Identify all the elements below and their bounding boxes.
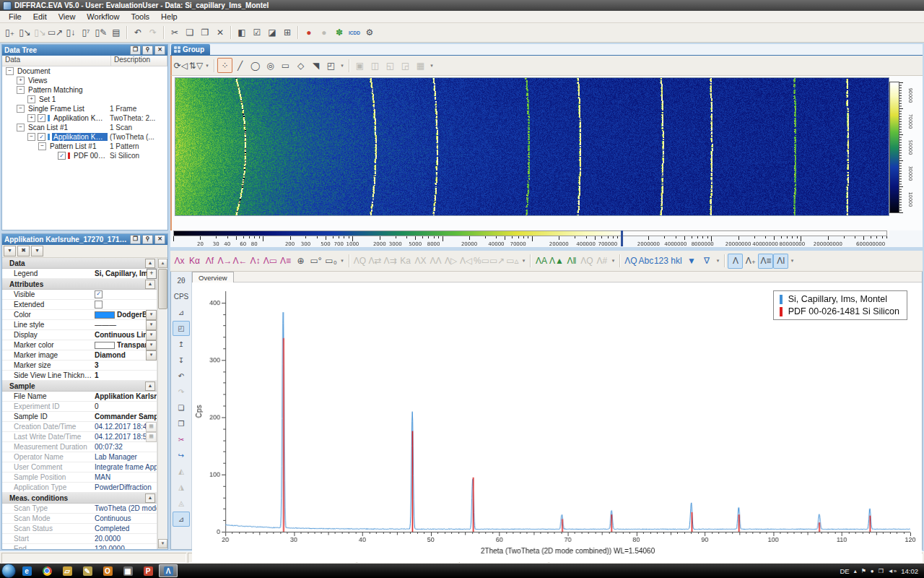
- view-sticks-icon[interactable]: Λǀ: [773, 254, 788, 269]
- tree-row[interactable]: −✓Applikation Karlsruhe_17270...(TwoThet…: [2, 132, 167, 142]
- undo-icon[interactable]: ↶: [130, 25, 145, 40]
- close-icon[interactable]: ✕: [154, 235, 165, 244]
- tray-icon-3[interactable]: ❒: [879, 568, 884, 574]
- taskbar-powerpoint-icon[interactable]: P: [139, 564, 157, 577]
- filter-pattern-icon[interactable]: ∇: [699, 254, 714, 269]
- pin-icon[interactable]: ⚲: [142, 46, 153, 55]
- tool-d-icon[interactable]: Ka: [398, 254, 413, 269]
- tool-a-icon[interactable]: ΛQ: [352, 254, 367, 269]
- fill-pattern-icon[interactable]: ▼: [684, 254, 699, 269]
- pause-record-icon[interactable]: ●: [316, 25, 331, 40]
- prop-filter-icon[interactable]: ▾: [4, 246, 16, 256]
- tray-icon-2[interactable]: ●: [871, 568, 874, 574]
- paste-icon[interactable]: ❐: [197, 25, 212, 40]
- strip-area-icon[interactable]: Λ‖: [564, 254, 579, 269]
- expand-icon[interactable]: +: [17, 77, 25, 85]
- tool-k-icon[interactable]: ▭▵: [505, 254, 520, 269]
- tree-checkbox[interactable]: ✓: [38, 133, 45, 141]
- dropdown-caret-icon[interactable]: ▾: [428, 59, 435, 73]
- poly-region-icon[interactable]: ◇: [293, 58, 308, 73]
- dropdown-icon[interactable]: ▾: [146, 340, 157, 350]
- scroll-down-icon[interactable]: ▼: [158, 539, 167, 548]
- clone-scan-icon[interactable]: ▭₀: [323, 254, 339, 269]
- tree-row[interactable]: +Set 1: [2, 95, 167, 104]
- start-button[interactable]: [1, 564, 16, 578]
- menu-file[interactable]: File: [3, 12, 27, 22]
- section-header[interactable]: Meas. conditions▴: [2, 493, 157, 504]
- property-value[interactable]: ———: [95, 321, 146, 329]
- merge-scan-icon[interactable]: ⊕: [293, 254, 308, 269]
- frame-region-icon[interactable]: ◰: [323, 58, 339, 73]
- view-diff-icon[interactable]: Λ₊: [743, 254, 758, 269]
- tool-b-icon[interactable]: Λ⇄: [367, 254, 383, 269]
- view-peaks-icon[interactable]: Λ: [728, 254, 743, 269]
- property-value[interactable]: Commander Sample ID: [95, 413, 157, 420]
- record-icon[interactable]: ●: [301, 25, 316, 40]
- dropdown-icon[interactable]: ▾: [146, 350, 157, 361]
- pin-icon[interactable]: ⚲: [142, 235, 153, 244]
- column-data[interactable]: Data: [2, 56, 111, 66]
- reduce-area-icon[interactable]: Λ▲: [549, 254, 564, 269]
- dropdown-caret-icon[interactable]: ▾: [788, 254, 796, 268]
- property-window-icon[interactable]: ☑: [249, 25, 264, 40]
- settings-icon[interactable]: ⚙: [362, 25, 377, 40]
- delete-pattern-icon[interactable]: Λx: [172, 254, 187, 269]
- property-value[interactable]: [95, 301, 157, 309]
- menu-help[interactable]: Help: [155, 12, 183, 22]
- dropdown-icon[interactable]: ▾: [146, 320, 157, 330]
- side-view-icon[interactable]: ⊿: [173, 512, 190, 527]
- tree-row[interactable]: +✓Applikation Karlsruhe_17270...TwoTheta…: [2, 113, 167, 123]
- copy-icon[interactable]: ❏: [182, 25, 197, 40]
- taskbar-chrome-icon[interactable]: [38, 564, 56, 577]
- print-icon[interactable]: ▤: [108, 25, 123, 40]
- tray-clock[interactable]: 14:02: [901, 567, 918, 575]
- label-hkl-icon[interactable]: hkl: [668, 254, 684, 269]
- strip-kalpha2-icon[interactable]: Kα: [187, 254, 202, 269]
- section-header[interactable]: Data▴: [2, 258, 157, 269]
- tree-row[interactable]: −Pattern List #11 Pattern: [2, 142, 167, 151]
- icdd-icon[interactable]: ICDD: [346, 25, 362, 40]
- view-overlay-icon[interactable]: Λ≡: [758, 254, 773, 269]
- zoom-fit-icon[interactable]: ◰: [173, 321, 190, 336]
- diffraction-chart-canvas[interactable]: [192, 282, 922, 562]
- taskbar-notes-icon[interactable]: ✎: [78, 564, 97, 577]
- section-header[interactable]: Sample▴: [2, 381, 157, 392]
- dropdown-caret-icon[interactable]: ▾: [609, 254, 616, 268]
- export-icon[interactable]: ▭↗: [48, 25, 63, 40]
- dropdown-icon[interactable]: ▾: [146, 330, 157, 340]
- tool-j-icon[interactable]: ▭↗: [489, 254, 505, 269]
- dropdown-caret-icon[interactable]: ▾: [204, 59, 211, 73]
- collapse-icon[interactable]: −: [27, 133, 35, 141]
- area-tool-icon[interactable]: ΛA: [533, 254, 549, 269]
- dropdown-caret-icon[interactable]: ▾: [339, 59, 346, 73]
- add-legend-icon[interactable]: +: [147, 269, 157, 279]
- data-tree-header[interactable]: Data Tree ❐ ⚲ ✕: [2, 45, 167, 56]
- collapse-icon[interactable]: −: [17, 105, 25, 113]
- intensity-scale-canvas[interactable]: [173, 230, 889, 247]
- tab-group[interactable]: Group: [171, 44, 210, 55]
- tree-checkbox[interactable]: ✓: [58, 152, 66, 160]
- expand-icon[interactable]: +: [27, 114, 35, 122]
- view-redo-icon[interactable]: ↷: [173, 384, 190, 400]
- close-icon[interactable]: ✕: [154, 46, 165, 55]
- dropdown-caret-icon[interactable]: ▾: [714, 254, 721, 268]
- redo-icon[interactable]: ↷: [145, 25, 160, 40]
- property-value[interactable]: Transparent: [95, 341, 146, 349]
- tree-row[interactable]: +Views: [2, 76, 167, 85]
- restore-icon[interactable]: ❐: [130, 46, 141, 55]
- smooth-scan-icon[interactable]: Λf: [202, 254, 217, 269]
- property-value[interactable]: 1: [95, 371, 157, 379]
- prop-remove-icon[interactable]: ✖: [17, 246, 30, 256]
- collapse-icon[interactable]: −: [17, 86, 25, 94]
- shift-scan-icon[interactable]: Λ←: [232, 254, 248, 269]
- menu-view[interactable]: View: [53, 12, 82, 22]
- import-scan-icon[interactable]: ▯↘: [17, 25, 32, 40]
- tray-language[interactable]: DE: [840, 567, 849, 575]
- collapse-icon[interactable]: −: [17, 124, 25, 131]
- layout-single-icon[interactable]: ▣: [352, 58, 367, 73]
- axis-cps-icon[interactable]: CPS: [173, 289, 190, 304]
- property-value[interactable]: ✓: [95, 290, 157, 298]
- search-area-icon[interactable]: ΛQ: [579, 254, 594, 269]
- section-header[interactable]: Attributes▴: [2, 279, 157, 290]
- label-abc-icon[interactable]: Abc: [638, 254, 653, 269]
